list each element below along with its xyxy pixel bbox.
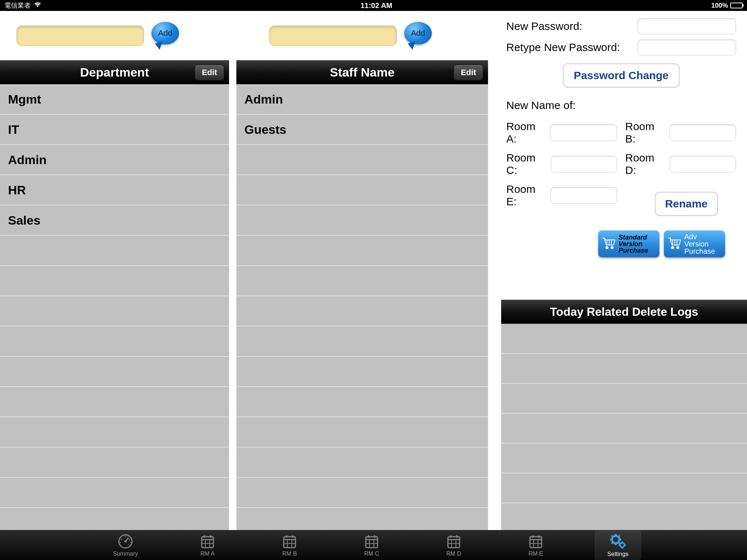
list-item <box>0 387 229 417</box>
svg-point-11 <box>677 246 679 249</box>
tab-rm-e[interactable]: RM E <box>512 530 559 560</box>
staff-edit-button[interactable]: Edit <box>454 65 483 80</box>
room-d-input[interactable] <box>670 156 736 172</box>
list-item[interactable]: Guests <box>236 114 488 145</box>
list-item <box>236 417 488 447</box>
new-name-heading: New Name of: <box>506 99 736 112</box>
tab-rm-b[interactable]: RM B <box>266 530 313 560</box>
cart-icon <box>602 237 616 251</box>
clock: 11:02 AM <box>360 1 392 10</box>
list-item[interactable]: Admin <box>236 84 488 114</box>
list-item[interactable]: Sales <box>0 205 229 236</box>
svg-rect-59 <box>619 538 621 541</box>
department-title: Department <box>80 65 149 79</box>
svg-line-14 <box>125 538 128 541</box>
list-item <box>236 447 488 478</box>
svg-point-10 <box>671 246 674 249</box>
calendar-icon <box>200 534 215 549</box>
room-b-label: Room B: <box>625 120 667 145</box>
svg-point-4 <box>606 246 608 249</box>
list-item <box>0 357 229 387</box>
svg-rect-66 <box>622 547 623 549</box>
add-bubble-icon: Add <box>404 22 432 44</box>
list-item <box>501 384 747 413</box>
calendar-icon <box>446 534 461 549</box>
tab-settings[interactable]: Settings <box>595 530 641 560</box>
svg-point-16 <box>129 538 130 540</box>
standard-purchase-button[interactable]: StandardVersionPurchase <box>598 230 659 257</box>
add-bubble-icon: Add <box>151 22 179 44</box>
battery-percent: 100% <box>711 2 728 9</box>
list-item[interactable]: Mgmt <box>0 84 229 114</box>
add-department-button[interactable]: Add <box>151 22 181 50</box>
list-item <box>236 387 488 417</box>
svg-rect-56 <box>615 534 617 536</box>
list-item <box>0 447 229 478</box>
status-bar: 電信業者 11:02 AM 100% <box>0 0 747 11</box>
staff-title: Staff Name <box>330 65 395 79</box>
list-item <box>236 175 488 205</box>
tab-rm-a[interactable]: RM A <box>184 530 231 560</box>
svg-rect-20 <box>202 537 213 548</box>
new-password-label: New Password: <box>506 20 638 32</box>
list-item <box>236 266 488 296</box>
svg-rect-57 <box>615 543 617 545</box>
svg-point-18 <box>130 542 131 543</box>
tab-bar: Summary RM A RM B RM C RM D RM E <box>0 530 747 560</box>
staff-header: Staff Name Edit <box>236 60 488 84</box>
staff-panel: Add Staff Name Edit Admin Guests <box>236 11 488 530</box>
list-item <box>236 205 488 236</box>
svg-rect-58 <box>610 538 612 541</box>
tab-rm-c[interactable]: RM C <box>348 530 395 560</box>
retype-password-label: Retype New Password: <box>506 41 638 54</box>
department-edit-button[interactable]: Edit <box>195 65 224 80</box>
settings-panel: New Password: Retype New Password: Passw… <box>488 11 747 530</box>
department-panel: Add Department Edit Mgmt IT Admin HR Sal… <box>0 11 229 530</box>
staff-add-input[interactable] <box>269 26 397 46</box>
staff-list: Admin Guests <box>236 84 488 530</box>
svg-rect-65 <box>622 541 623 543</box>
list-item <box>0 508 229 530</box>
room-b-input[interactable] <box>669 124 736 141</box>
list-item[interactable]: IT <box>0 114 229 145</box>
list-item <box>501 443 747 473</box>
list-item <box>236 296 488 326</box>
list-item <box>0 326 229 357</box>
add-staff-button[interactable]: Add <box>404 22 433 50</box>
list-item <box>236 508 488 530</box>
svg-rect-67 <box>619 544 620 546</box>
tab-summary[interactable]: Summary <box>102 530 149 560</box>
list-item <box>501 473 747 503</box>
room-a-label: Room A: <box>506 120 548 145</box>
room-c-input[interactable] <box>551 156 617 172</box>
svg-rect-48 <box>530 537 542 548</box>
new-password-input[interactable] <box>638 18 736 34</box>
calendar-icon <box>282 534 297 549</box>
rename-button[interactable]: Rename <box>655 192 718 216</box>
list-item <box>501 503 747 530</box>
list-item[interactable]: Admin <box>0 145 229 175</box>
calendar-icon <box>364 534 379 549</box>
svg-point-19 <box>125 536 126 537</box>
retype-password-input[interactable] <box>638 39 736 55</box>
list-item <box>236 326 488 357</box>
logs-list <box>501 324 747 530</box>
svg-rect-34 <box>366 537 378 548</box>
gears-icon <box>609 533 627 549</box>
list-item <box>0 478 229 508</box>
adv-purchase-button[interactable]: AdvVersionPurchase <box>664 230 725 257</box>
list-item <box>501 324 747 354</box>
department-list: Mgmt IT Admin HR Sales <box>0 84 229 530</box>
svg-point-64 <box>620 543 624 547</box>
department-add-input[interactable] <box>16 26 144 46</box>
tab-rm-d[interactable]: RM D <box>430 530 477 560</box>
list-item <box>0 266 229 296</box>
password-change-button[interactable]: Password Change <box>563 63 680 88</box>
list-item <box>236 236 488 266</box>
svg-point-5 <box>611 246 613 249</box>
cart-icon <box>667 237 682 251</box>
svg-rect-27 <box>284 537 295 548</box>
wifi-icon <box>34 2 42 9</box>
room-a-input[interactable] <box>550 124 617 141</box>
list-item[interactable]: HR <box>0 175 229 205</box>
